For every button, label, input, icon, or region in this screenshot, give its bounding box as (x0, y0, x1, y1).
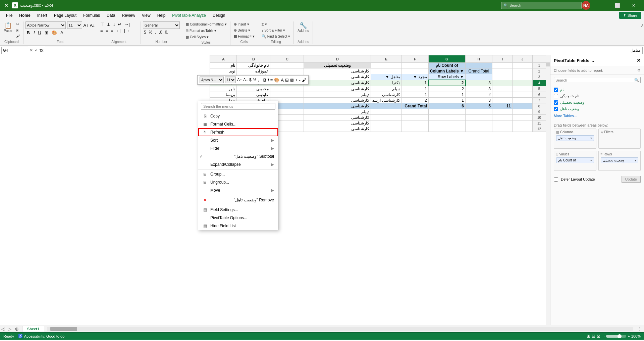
cell-E3-motahal[interactable]: متاهل ▼ (371, 74, 401, 80)
align-left-button[interactable]: ≡ (99, 28, 104, 34)
format-as-table-button[interactable]: ⊞ Format as Table ▾ (184, 28, 218, 34)
fill-color-button[interactable]: 🎨 (51, 30, 58, 36)
addins-button[interactable]: 🔧 Add-ins (296, 21, 311, 34)
currency-button[interactable]: $ (143, 30, 147, 35)
pivot-val-dropdown-arrow[interactable]: ▾ (590, 159, 592, 162)
cell-J3[interactable] (513, 74, 533, 80)
cell-F8-grand-total[interactable]: Grand Total (401, 103, 428, 109)
cell-F3-majored[interactable]: مجرد ▼ (401, 74, 428, 80)
mini-merge-button[interactable]: ⊠ (290, 78, 294, 83)
cell-E1[interactable] (371, 63, 401, 68)
cell-I10[interactable] (492, 115, 513, 120)
mini-brush-button[interactable]: 🖌 (302, 78, 306, 83)
format-painter-button[interactable]: 🖌 (15, 33, 21, 39)
normal-view-button[interactable]: ⊞ (587, 334, 590, 339)
field-checkbox-marital-status[interactable] (554, 107, 558, 111)
cell-A1[interactable]: نام (210, 63, 237, 68)
minimize-button[interactable]: — (594, 0, 609, 11)
insert-cells-button[interactable]: ⊕ Insert ▾ (232, 21, 251, 27)
cell-G9[interactable] (428, 109, 465, 115)
borders-button[interactable]: ⊞ (44, 30, 49, 36)
cell-J10[interactable] (513, 115, 533, 120)
cell-I3[interactable] (492, 74, 513, 80)
cell-C6[interactable] (270, 92, 304, 98)
cell-F11[interactable] (401, 120, 428, 126)
cell-styles-button[interactable]: ▩ Cell Styles ▾ (184, 34, 210, 40)
pivot-row-dropdown-arrow[interactable]: ▾ (635, 159, 636, 162)
cell-J12[interactable] (513, 126, 533, 132)
cell-H2-grand-total[interactable]: Grand Total (466, 68, 492, 74)
context-menu-pivot-options[interactable]: PivotTable Options... (198, 214, 278, 222)
autosum-button[interactable]: Σ ▾ (260, 21, 268, 27)
col-header-F[interactable]: F (401, 55, 428, 63)
context-menu-expand-collapse[interactable]: Expand/Collapse ▶ (198, 160, 278, 168)
cell-F9[interactable] (401, 109, 428, 115)
zoom-slider-thumb[interactable] (618, 334, 622, 338)
cell-D5[interactable]: کارشناسی (304, 86, 371, 92)
cell-F4[interactable]: 1 (401, 80, 428, 86)
col-header-C[interactable]: C (270, 55, 304, 63)
cell-F2[interactable] (401, 68, 428, 74)
field-checkbox-name[interactable] (554, 88, 558, 92)
zoom-slider[interactable] (606, 335, 626, 338)
increase-indent-button[interactable]: |→ (123, 28, 130, 34)
underline-button[interactable]: U (37, 30, 42, 36)
cell-H11[interactable] (466, 120, 492, 126)
format-cells-ribbon-button[interactable]: ▦ Format = ▾ (232, 34, 256, 39)
cell-G6[interactable]: 1 (428, 92, 465, 98)
cell-I7[interactable] (492, 98, 513, 103)
cell-D2[interactable]: کارشناسی (304, 68, 371, 74)
field-checkbox-family-name[interactable] (554, 94, 558, 98)
cell-I11[interactable] (492, 120, 513, 126)
cell-C1[interactable] (270, 63, 304, 68)
cell-F10[interactable] (401, 115, 428, 120)
cut-button[interactable]: ✂ (15, 21, 21, 27)
cell-H4[interactable]: 3 (466, 80, 492, 86)
col-header-D[interactable]: D (304, 55, 371, 63)
col-header-B[interactable]: B (237, 55, 270, 63)
font-color-button[interactable]: A (59, 30, 64, 36)
expand-sheet-button[interactable]: ⋮ (636, 326, 644, 331)
cell-E12[interactable] (371, 126, 401, 132)
delete-cells-button[interactable]: ⊖ Delete ▾ (232, 28, 252, 33)
cell-A2[interactable]: نوید (210, 68, 237, 74)
context-menu-subtotal[interactable]: ✓ Subtotal "وضعیت تاهل" (198, 152, 278, 160)
page-break-view-button[interactable]: ⊠ (597, 334, 600, 339)
cell-D9[interactable]: دیپلم (304, 109, 371, 115)
field-checkbox-education[interactable] (554, 100, 558, 105)
pivot-panel-close-button[interactable]: ✕ (637, 58, 641, 63)
mini-increase-decimal-button[interactable]: + (295, 78, 298, 83)
col-header-G[interactable]: G (428, 55, 465, 63)
cell-G4-active[interactable]: 2 (428, 80, 465, 86)
cell-A6[interactable]: پریسا (210, 92, 237, 98)
menu-pivot-analyze[interactable]: PivotTable Analyze (169, 12, 209, 19)
cell-B2[interactable]: عموزاده (237, 68, 270, 74)
cell-I2[interactable] (492, 68, 513, 74)
menu-insert[interactable]: Insert (34, 12, 51, 19)
col-header-J[interactable]: J (513, 55, 533, 63)
context-menu-hide-field-list[interactable]: ▤ Hide Field List (198, 222, 278, 230)
context-menu-field-settings[interactable]: ▤ Field Settings... (198, 206, 278, 214)
italic-button[interactable]: I (33, 30, 36, 36)
context-menu-refresh[interactable]: ↻ Refresh (198, 128, 278, 136)
pivot-search-area[interactable]: 🔍 (554, 77, 641, 83)
cell-B5[interactable]: محبوبی (237, 86, 270, 92)
number-format-select[interactable]: General (143, 21, 180, 29)
context-menu-group[interactable]: ⊞ Group... (198, 170, 278, 178)
restore-button[interactable]: ⬜ (610, 0, 625, 11)
indent-button[interactable]: →| (123, 21, 130, 27)
copy-button[interactable]: ⎘ (15, 28, 21, 33)
paste-button[interactable]: 📋 Paste (2, 21, 14, 34)
sort-filter-button[interactable]: ↕ Sort & Filter ▾ (260, 28, 286, 33)
pivot-columns-item-marital[interactable]: وضعیت تاهل ▾ (556, 135, 594, 141)
context-menu-filter[interactable]: Filter ▶ (198, 144, 278, 152)
cell-G7[interactable]: 1 (428, 98, 465, 103)
cell-G5[interactable]: 2 (428, 86, 465, 92)
cell-D10[interactable]: کارشناسی (304, 115, 371, 120)
cell-G10[interactable] (428, 115, 465, 120)
comma-button[interactable]: , (154, 30, 157, 35)
cell-D8[interactable]: کارشناسی (304, 103, 371, 109)
cell-F6[interactable]: 1 (401, 92, 428, 98)
shrink-font-button[interactable]: A↓ (90, 23, 95, 28)
cell-F12[interactable] (401, 126, 428, 132)
